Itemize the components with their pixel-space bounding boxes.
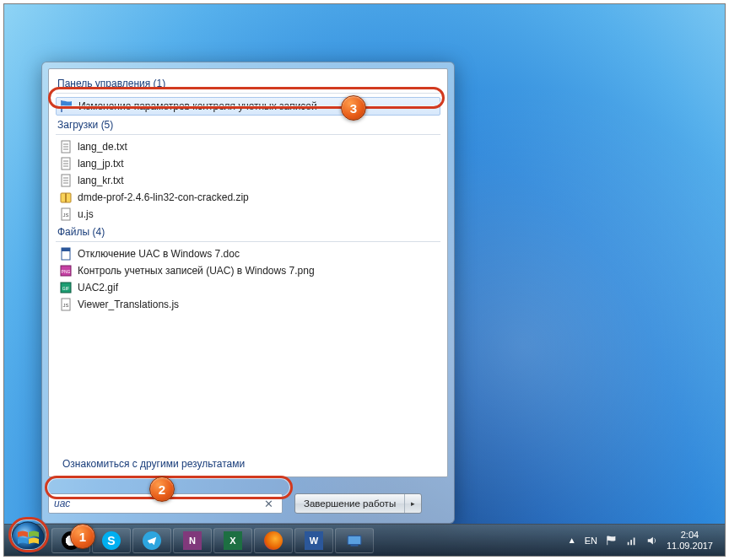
shutdown-button[interactable]: Завершение работы [295,494,404,513]
txt-icon [59,157,73,170]
result-file[interactable]: Отключение UAC в Windows 7.doc [49,245,447,262]
result-file[interactable]: dmde-prof-2.4.6-lin32-con-cracked.zip [49,189,447,206]
result-label: u.js [78,208,94,220]
taskbar-app-action-center[interactable] [335,528,374,553]
clock-date: 11.09.2017 [667,541,713,552]
result-file[interactable]: JS u.js [49,206,447,223]
result-label: lang_jp.txt [78,158,124,170]
group-header-files: Файлы (4) [49,223,447,240]
taskbar-app-word[interactable]: W [294,528,333,553]
result-uac-settings[interactable]: Изменение параметров контроля учетных за… [56,97,440,116]
result-label: lang_de.txt [78,141,127,153]
divider [56,134,440,135]
result-file[interactable]: PNG Контроль учетных записей (UAC) в Win… [49,262,447,279]
taskbar-app-skype[interactable]: S [92,528,131,553]
taskbar-app-firefox[interactable] [254,528,293,553]
result-label: lang_kr.txt [78,175,124,186]
taskbar-app-excel[interactable]: X [213,528,252,553]
js-icon: JS [59,207,73,221]
result-file[interactable]: GIF UAC2.gif [49,279,447,296]
svg-rect-30 [634,537,635,545]
result-label: Изменение параметров контроля учетных за… [78,100,317,112]
result-label: Контроль учетных записей (UAC) в Windows… [78,265,315,277]
result-file[interactable]: lang_de.txt [49,138,447,155]
svg-text:GIF: GIF [62,286,69,291]
txt-icon [59,140,73,153]
start-menu-panel: Панель управления (1) Изменение параметр… [41,62,455,524]
result-file[interactable]: JS Viewer_Translations.js [49,296,447,313]
png-icon: PNG [59,264,73,277]
result-file[interactable]: lang_kr.txt [49,172,447,189]
search-box[interactable]: ✕ [48,493,283,514]
taskbar-app-onenote[interactable]: N [173,528,212,553]
svg-rect-17 [62,248,70,251]
divider [56,93,440,94]
search-input[interactable] [54,498,261,509]
result-label: UAC2.gif [78,282,118,293]
group-header-downloads: Загрузки (5) [49,116,447,132]
clear-search-icon[interactable]: ✕ [261,498,277,510]
svg-text:JS: JS [62,213,68,218]
result-label: Отключение UAC в Windows 7.doc [78,248,240,260]
taskbar-app-soccer[interactable] [51,528,90,553]
more-results-label: Ознакомиться с другими результатами [62,458,245,470]
tray-chevron-up-icon[interactable]: ▲ [568,536,576,545]
svg-text:PNG: PNG [62,269,71,274]
flag-icon [60,100,73,113]
svg-point-31 [12,522,44,554]
clock-time: 2:04 [667,530,713,541]
svg-rect-26 [348,536,361,544]
svg-rect-28 [628,541,629,545]
txt-icon [59,174,73,187]
taskbar-app-telegram[interactable] [132,528,171,553]
group-header-control-panel: Панель управления (1) [49,74,447,91]
result-label: dmde-prof-2.4.6-lin32-con-cracked.zip [78,191,249,203]
js-icon: JS [59,298,73,311]
doc-icon [59,247,73,261]
gif-icon: GIF [59,281,73,294]
language-indicator[interactable]: EN [585,536,597,546]
divider [56,241,440,242]
taskbar: S N X W ▲ EN 2:04 11.09.2017 [4,524,725,556]
shutdown-split-button[interactable]: Завершение работы ▸ [294,493,422,514]
start-button[interactable] [6,520,50,556]
svg-rect-13 [65,193,67,202]
system-tray: ▲ EN 2:04 11.09.2017 [568,530,725,552]
volume-icon[interactable] [646,535,658,547]
flag-tray-icon[interactable] [606,535,618,547]
search-results-pane: Панель управления (1) Изменение параметр… [48,68,448,477]
svg-rect-27 [351,544,359,546]
svg-text:JS: JS [62,303,68,308]
result-label: Viewer_Translations.js [78,299,179,310]
result-file[interactable]: lang_jp.txt [49,155,447,172]
more-results-link[interactable]: Ознакомиться с другими результатами [57,458,245,470]
taskbar-clock[interactable]: 2:04 11.09.2017 [667,530,713,552]
network-icon[interactable] [626,535,638,547]
zip-icon [59,191,73,204]
svg-rect-29 [630,540,632,545]
shutdown-menu-arrow[interactable]: ▸ [404,494,421,513]
